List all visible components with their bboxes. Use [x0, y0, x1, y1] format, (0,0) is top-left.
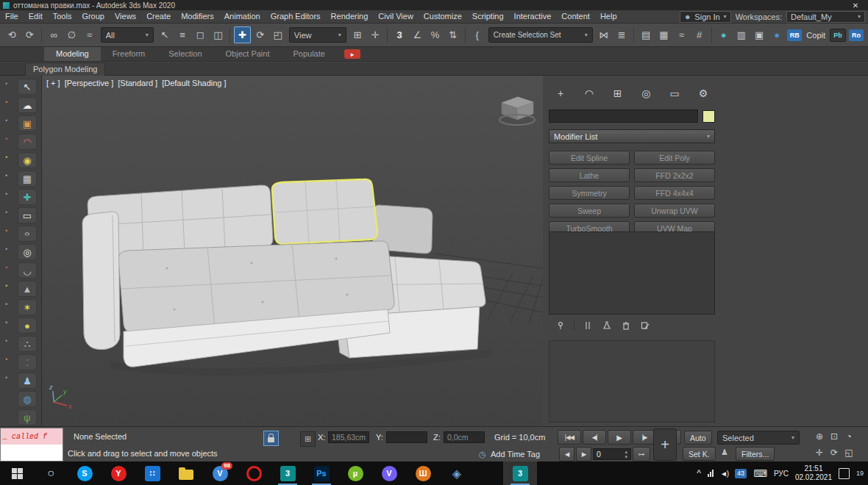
touch-keyboard-icon[interactable]: ⌨ — [753, 468, 767, 479]
spinner-snap-toggle[interactable]: ⇅ — [445, 26, 461, 43]
select-and-rotate-button[interactable]: ⟳ — [252, 26, 268, 43]
plug-tool[interactable]: ✚ — [18, 189, 37, 205]
mirror-button[interactable]: ⋈ — [596, 26, 612, 43]
mini-tool-icon[interactable]: ▪ — [6, 135, 8, 142]
select-and-scale-button[interactable]: ◰ — [270, 26, 286, 43]
select-by-name-button[interactable]: ≡ — [174, 26, 191, 43]
viewport-general-menu[interactable]: [ + ] — [46, 79, 60, 87]
taskbar-explorer[interactable] — [169, 461, 203, 485]
maximize-viewport-icon[interactable]: ◱ — [842, 446, 856, 459]
unwrap-uvw-button[interactable]: Unwrap UVW — [634, 204, 715, 218]
ro-script-button[interactable]: Ro — [849, 29, 864, 41]
key-filters-button[interactable]: Filters... — [736, 447, 775, 461]
selection-filter-dropdown[interactable]: All ▾ — [101, 27, 154, 43]
menu-tools[interactable]: Tools — [48, 10, 77, 23]
taskbar-app-diamond[interactable]: ◈ — [440, 461, 474, 485]
mini-tool-icon[interactable]: ▪ — [6, 337, 8, 344]
copitor-button[interactable]: Copit — [806, 31, 825, 40]
menu-civil-view[interactable]: Civil View — [373, 10, 418, 23]
taskbar-viber[interactable]: V — [372, 461, 406, 485]
cup-tool[interactable]: ◡ — [18, 262, 37, 279]
configure-modifier-sets-icon[interactable] — [639, 320, 651, 331]
menu-scripting[interactable]: Scripting — [467, 10, 509, 23]
tray-clock[interactable]: 21:51 02.02.2021 — [795, 464, 832, 482]
taskbar-yandex[interactable]: Y — [102, 461, 135, 485]
render-setup-button[interactable]: ▥ — [733, 26, 750, 43]
rb-script-button[interactable]: RB — [787, 29, 802, 41]
menu-customize[interactable]: Customize — [419, 10, 467, 23]
rendered-frame-window-button[interactable]: ▣ — [751, 26, 767, 43]
balls-tool[interactable]: ⁚ — [18, 354, 37, 370]
menu-content[interactable]: Content — [556, 10, 595, 23]
remove-modifier-icon[interactable] — [620, 320, 632, 331]
cloud-tool[interactable]: ☁ — [18, 97, 37, 113]
field-of-view-icon[interactable]: ◔ — [842, 430, 856, 443]
sweep-button[interactable]: Sweep — [549, 204, 630, 218]
percent-snap-toggle[interactable]: % — [427, 26, 443, 43]
menu-rendering[interactable]: Rendering — [326, 10, 374, 23]
current-frame-spinner[interactable]: 0 ▴▾ — [593, 448, 631, 460]
mini-tool-icon[interactable]: ▪ — [6, 209, 8, 215]
motion-tab[interactable]: ◎ — [637, 85, 655, 102]
action-center-icon[interactable] — [839, 468, 850, 479]
object-name-field[interactable] — [549, 109, 698, 123]
grid-tool[interactable]: ▦ — [18, 170, 37, 187]
show-end-result-icon[interactable] — [582, 320, 594, 331]
tab-populate[interactable]: Populate — [281, 47, 336, 61]
star-tool[interactable]: ✶ — [18, 299, 37, 315]
mini-tool-icon[interactable]: ▪ — [6, 264, 8, 270]
bind-to-spacewarp-button[interactable]: ≈ — [82, 26, 98, 43]
viewport-canvas[interactable]: x y z — [42, 76, 543, 426]
grass-tool[interactable]: ψ — [18, 409, 37, 425]
mini-tool-icon[interactable]: ▪ — [6, 301, 8, 307]
make-unique-icon[interactable] — [601, 320, 613, 331]
absolute-mode-toggle[interactable]: ⊞ — [300, 431, 316, 447]
globe-tool[interactable]: ◍ — [18, 391, 37, 407]
curve-editor-button[interactable]: ≈ — [673, 26, 689, 43]
use-center-button[interactable]: ⊞ — [349, 26, 366, 43]
volume-icon[interactable]: ◄) — [720, 470, 728, 478]
pb-script-button[interactable]: Pb — [830, 29, 846, 42]
modify-tab[interactable]: ◠ — [580, 85, 598, 102]
sofa-object[interactable] — [82, 179, 492, 376]
cone-tool[interactable]: ▲ — [18, 281, 37, 297]
symmetry-button[interactable]: Symmetry — [549, 186, 630, 200]
unlink-selection-button[interactable]: ∅ — [63, 26, 79, 43]
display-tab[interactable]: ▭ — [666, 85, 683, 102]
ribbon-toggle-button[interactable]: ▦ — [655, 26, 672, 43]
auto-key-button[interactable]: Auto — [684, 431, 712, 445]
menu-animation[interactable]: Animation — [219, 10, 266, 23]
perspective-viewport[interactable]: [ + ] [Perspective ] [Standard ] [Defaul… — [42, 76, 543, 426]
align-button[interactable]: ≣ — [613, 26, 630, 43]
mini-tool-icon[interactable]: ▪ — [6, 356, 8, 362]
ffd-2x2x2-button[interactable]: FFD 2x2x2 — [634, 168, 715, 182]
mini-tool-icon[interactable]: ▪ — [6, 227, 8, 234]
tray-expand-icon[interactable]: ^ — [697, 468, 701, 478]
ring-tool[interactable]: ◎ — [18, 244, 37, 260]
menu-help[interactable]: Help — [595, 10, 622, 23]
render-production-button[interactable]: ● — [769, 26, 785, 43]
ffd-4x4x4-button[interactable]: FFD 4x4x4 — [634, 186, 715, 200]
taskbar-shareman[interactable]: Ш — [406, 461, 440, 485]
mini-tool-icon[interactable]: ▪ — [6, 98, 8, 105]
add-time-tag[interactable]: Add Time Tag — [491, 450, 540, 459]
hierarchy-tab[interactable]: ⊞ — [609, 85, 627, 102]
menu-group[interactable]: Group — [77, 10, 110, 23]
taskbar-opera[interactable] — [237, 461, 271, 485]
schematic-view-button[interactable]: # — [691, 26, 708, 43]
create-tab[interactable]: + — [552, 85, 569, 102]
modifier-stack[interactable] — [549, 231, 715, 315]
edit-poly-button[interactable]: Edit Poly — [634, 151, 715, 165]
search-button[interactable]: ○ — [34, 461, 68, 485]
mini-tool-icon[interactable]: ▪ — [6, 117, 8, 123]
workspace-dropdown[interactable]: Default_My ▾ — [786, 11, 865, 23]
selection-lock-toggle[interactable] — [263, 431, 279, 446]
mini-tool-icon[interactable]: ▪ — [6, 282, 8, 289]
viewport-pov-menu[interactable]: [Perspective ] — [65, 79, 114, 87]
previous-frame-button[interactable]: ◀| — [583, 430, 606, 445]
zoom-icon[interactable]: ⊕ — [812, 430, 827, 443]
tab-modeling[interactable]: Modeling — [44, 47, 101, 61]
select-cursor-tool[interactable]: ↖ — [18, 79, 37, 95]
tab-object-paint[interactable]: Object Paint — [214, 47, 282, 61]
image-tool[interactable]: ▣ — [18, 115, 37, 132]
